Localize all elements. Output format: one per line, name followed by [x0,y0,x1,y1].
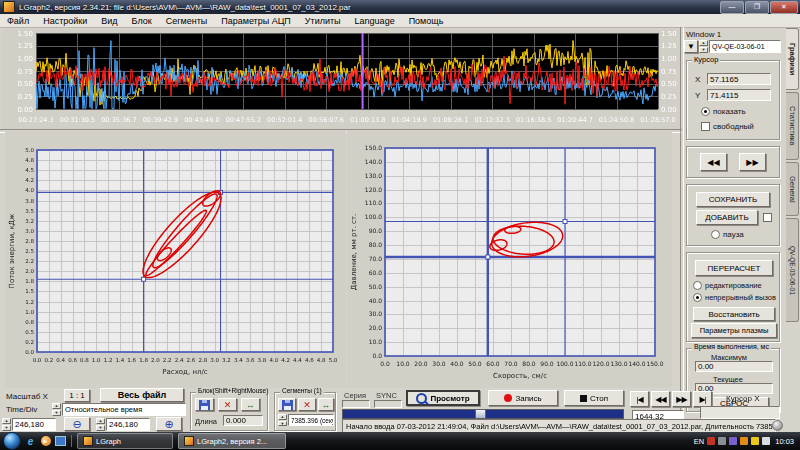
stop-square-icon [580,395,587,402]
language-indicator[interactable]: EN [694,437,704,446]
close-button[interactable]: ✕ [770,1,798,14]
one-to-one-button[interactable]: 1 : 1 [64,389,90,402]
menu-utilities[interactable]: Утилиты [298,16,348,26]
radio-icon [711,230,720,239]
tray-volume-icon[interactable] [762,437,770,445]
minimize-button[interactable]: — [720,1,744,14]
restore-button[interactable]: Восстановить [693,307,775,321]
strip-chart[interactable] [2,29,680,129]
taskbar-separator [71,435,72,447]
menu-language[interactable]: Language [348,16,402,26]
go-end-button[interactable]: ▶| [693,391,712,407]
taskbar-button-lgraph2[interactable]: LGraph2, версия 2... [178,433,286,449]
preview-button[interactable]: Просмотр [406,390,480,406]
menu-bar: Файл Настройки Вид Блок Сегменты Парамет… [0,14,800,28]
page-forward-button[interactable]: ▶▶ [672,391,691,407]
segment-save-button[interactable] [278,398,296,411]
menu-help[interactable]: Помощь [402,16,451,26]
xy-plot-velocity-pressure[interactable] [347,131,672,388]
time-mode-combo[interactable]: Относительное время [62,403,186,416]
file-position-slider[interactable] [342,409,624,419]
plasma-params-button[interactable]: Параметры плазмы [691,323,777,338]
window-title: LGraph2, версия 2.34.21: file d:\Users\A… [19,3,719,12]
right-scale-value[interactable]: 246,180 [106,418,150,431]
segments-group: Сегменты (1) ✕ ↔ ▲▼ 7385.396 (секунд) [274,392,336,431]
taskbar-button-lgraph[interactable]: LGraph [77,433,173,449]
recalculate-button[interactable]: ПЕРЕРАСЧЕТ [695,260,773,276]
tab-channel[interactable]: QV-QE-03-06-01 [786,218,799,322]
menu-settings[interactable]: Настройки [36,16,94,26]
menu-segments[interactable]: Сегменты [159,16,215,26]
stop-button[interactable]: Стоп [564,390,624,406]
add-checkbox[interactable] [763,213,772,222]
title-bar: LGraph2, версия 2.34.21: file d:\Users\A… [0,0,800,14]
block-extent-button[interactable]: ↔ [241,398,260,411]
segment-spinner[interactable]: ▲▼ [278,414,287,426]
cursor-step-group: ◀◀ ▶▶ [686,146,780,178]
quicklaunch-desktop-icon[interactable] [55,436,66,447]
cursor-step-back-button[interactable]: ◀◀ [700,153,727,171]
block-group: Блок(Shift+RightMouse) ✕ ↔ Длина 0.000 [190,392,268,431]
save-button[interactable]: СОХРАНИТЬ [696,192,770,207]
window-dropdown-button[interactable]: ▼ [684,40,698,53]
save-group: СОХРАНИТЬ ДОБАВИТЬ пауза [686,184,780,246]
tab-graphs[interactable]: Графики [786,28,799,90]
cursor-y-label: Y [695,91,700,100]
edit-mode-radio[interactable]: редактирование [693,281,762,290]
zoom-in-button[interactable]: ⊕ [156,417,182,431]
cursor-x-value: 57.1165 [707,73,771,85]
quicklaunch-browser-icon[interactable]: e [25,436,36,447]
segment-delete-button[interactable]: ✕ [298,398,316,411]
max-value: 0.00 [695,361,773,372]
quicklaunch-media-icon[interactable]: ▶ [40,436,51,447]
status-bar: Начало ввода 07-03-2012 21:49:04, Файл d… [342,419,776,433]
cursor-free-checkbox[interactable]: свободный [701,122,754,131]
zoom-out-button[interactable]: ⊖ [64,417,90,431]
go-start-button[interactable]: |◀ [630,391,649,407]
tray-device-icon[interactable] [718,437,726,445]
block-group-title: Блок(Shift+RightMouse) [196,387,270,394]
tab-statistics[interactable]: Статистика [786,92,799,160]
tray-alert-icon[interactable] [751,437,759,445]
app-icon [83,436,93,446]
tray-sync-icon[interactable] [729,437,737,445]
cursor-x-bottom-field[interactable] [700,406,780,419]
menu-file[interactable]: Файл [0,16,36,26]
seria-indicator [342,400,370,408]
record-button[interactable]: Запись [488,390,558,406]
cursor-x-bottom-label: Курсор X [726,394,760,403]
xy-plot-flow-energy[interactable] [5,131,346,388]
block-delete-button[interactable]: ✕ [218,398,237,411]
channel-name-field[interactable]: QV-QE-03-06-01 [709,40,781,53]
time-mode-spinner[interactable]: ▲▼ [52,403,61,416]
left-scale-value[interactable]: 246,180 [12,418,56,431]
continuous-call-radio[interactable]: непрерывный вызов [693,293,776,302]
block-save-button[interactable] [195,398,214,411]
cursor-x-label: X [695,75,700,84]
menu-adc-params[interactable]: Параметры АЦП [214,16,298,26]
cursor-show-radio[interactable]: показать [701,107,746,116]
slider-thumb[interactable] [475,409,486,419]
tray-shield-icon[interactable] [707,437,715,445]
tab-general[interactable]: General [786,162,799,216]
window-select-label: Window 1 [686,30,721,39]
start-button[interactable] [3,432,21,450]
radio-icon [701,107,710,116]
pause-radio[interactable]: пауза [711,230,744,239]
seria-label: Серия [344,391,366,400]
maximize-button[interactable]: ❐ [745,1,769,14]
add-button[interactable]: ДОБАВИТЬ [696,210,758,225]
tray-lock-icon[interactable] [740,437,748,445]
channel-spinner[interactable]: ▲▼ [699,40,708,53]
right-scale-spinner[interactable]: ▲▼ [96,418,105,431]
menu-view[interactable]: Вид [94,16,124,26]
menu-block[interactable]: Блок [125,16,159,26]
segment-extent-button[interactable]: ↔ [318,398,334,411]
left-scale-spinner[interactable]: ▲▼ [2,418,11,431]
segment-length-field: 7385.396 (секунд) [288,414,334,426]
disk-icon [199,400,210,410]
whole-file-button[interactable]: Весь файл [100,388,184,402]
page-back-button[interactable]: ◀◀ [651,391,670,407]
cursor-y-value: 71.4115 [707,89,771,101]
cursor-step-forward-button[interactable]: ▶▶ [739,153,766,171]
